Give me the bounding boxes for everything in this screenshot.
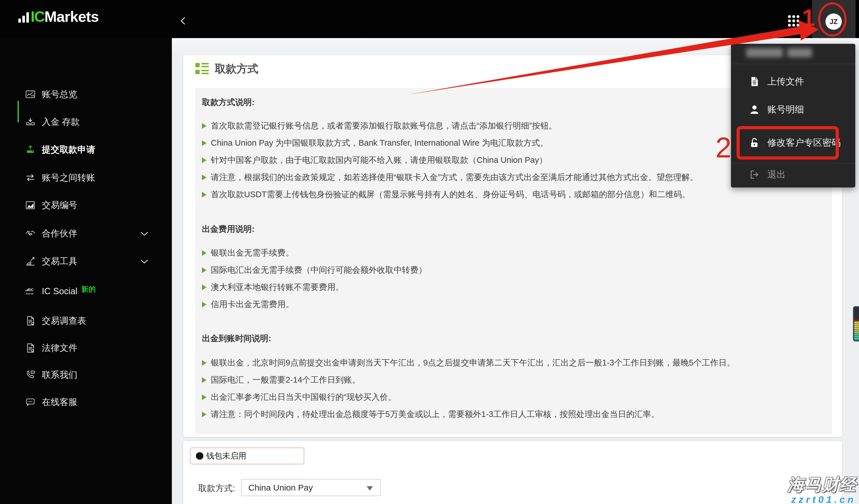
area-chart-icon (25, 200, 35, 210)
bullet-arrow-icon (202, 192, 207, 198)
info-icon: i (196, 452, 204, 460)
new-badge: 新的 (81, 284, 96, 294)
bullet-item: 请注意：同个时间段内，待处理出金总额度等于5万美金或以上，需要额外1-3工作日人… (202, 406, 820, 423)
logo-ic-text: IC (31, 8, 44, 25)
bullet-item: 国际电汇出金无需手续费（中间行可能会额外收取中转费） (202, 262, 820, 279)
section-heading: 取款方式说明: (202, 94, 820, 111)
withdrawal-method-label: 取款方式: (198, 483, 235, 494)
bullet-arrow-icon (202, 123, 207, 129)
menu-item-upload-documents[interactable]: 上传文件 (731, 73, 855, 90)
menu-divider (731, 64, 855, 64)
selected-method-value: China Union Pay (248, 483, 313, 492)
user-avatar-button[interactable]: JZ (812, 0, 856, 38)
bullet-item: 国际电汇，一般需要2-14个工作日到账。 (202, 372, 820, 389)
svg-text:IC: IC (30, 288, 34, 292)
bullet-item: 针对中国客户取款，由于电汇取款国内可能不给入账，请使用银联取款（China Un… (202, 152, 820, 169)
chart-overview-icon (25, 89, 35, 99)
sidebar-item-label: IC Social (42, 286, 77, 297)
menu-item-label: 修改客户专区密码 (767, 137, 841, 149)
sidebar-item-ic-social[interactable]: IC Social IC Social 新的 (0, 283, 172, 300)
bullet-arrow-icon (202, 360, 207, 366)
sidebar-item-trading-survey[interactable]: 交易调查表 (0, 312, 172, 329)
menu-item-label: 上传文件 (767, 75, 804, 88)
withdrawal-method-row: 取款方式: China Union Pay (183, 479, 842, 496)
document-icon (749, 76, 760, 87)
scroll-indicator-widget[interactable] (853, 306, 859, 342)
handshake-icon (25, 229, 35, 239)
menu-item-change-client-area-password[interactable]: 修改客户专区密码 (731, 134, 855, 152)
bullet-item: 澳大利亚本地银行转账不需要费用。 (202, 279, 820, 296)
bullet-arrow-icon (202, 394, 207, 400)
avatar[interactable]: JZ (826, 14, 842, 30)
sidebar-item-label: 联系我们 (42, 369, 77, 381)
menu-item-logout[interactable]: 退出 (731, 166, 855, 183)
page-title: 取款方式 (215, 62, 258, 76)
sidebar-item-label: 入金 存款 (42, 116, 80, 128)
legal-document-icon (25, 343, 35, 353)
ic-markets-logo[interactable]: IC Markets (18, 8, 99, 25)
sidebar-item-trade-number[interactable]: 交易编号 (0, 196, 172, 214)
bullet-arrow-icon (202, 157, 207, 163)
sidebar-item-deposit[interactable]: 入金 存款 (0, 113, 172, 130)
watermark-url: zzrt01.cn (791, 494, 856, 504)
chevron-down-icon (140, 259, 149, 264)
sidebar-item-account-overview[interactable]: 账号总览 (0, 86, 172, 103)
sidebar-item-contact-us[interactable]: 联系我们 (0, 366, 172, 383)
bullet-arrow-icon (202, 284, 207, 290)
apps-grid-icon[interactable] (786, 13, 801, 29)
bullet-item: 请注意，根据我们的出金政策规定，如若选择使用“银联卡入金”方式，需要先由该方式出… (202, 169, 820, 186)
bullet-arrow-icon (202, 267, 207, 273)
bullet-item: 出金汇率参考汇出日当天中国银行的“现钞买入价。 (202, 389, 820, 406)
bullet-item: 首次取款需登记银行账号信息，或者需要添加银行取款账号信息，请点击“添加银行明细”… (202, 117, 820, 135)
sidebar-item-label: 合作伙伴 (42, 227, 77, 239)
sidebar-item-transfer-between-accounts[interactable]: 账号之间转账 (0, 169, 172, 186)
chevron-down-icon (140, 231, 149, 236)
logo-bars-icon (18, 12, 29, 25)
user-name-blurred (746, 48, 812, 57)
withdrawal-form-card: i 钱包未启用 取款方式: China Union Pay (183, 441, 842, 504)
svg-text:Social: Social (26, 292, 33, 295)
sidebar-item-live-chat[interactable]: 在线客服 (0, 394, 172, 411)
sidebar-item-legal-documents[interactable]: 法律文件 (0, 340, 172, 357)
card-title-row: 取款方式 (195, 62, 258, 76)
caret-down-icon (367, 486, 373, 490)
survey-document-icon (25, 316, 35, 326)
bullet-arrow-icon (202, 302, 207, 308)
sidebar-item-trading-tools[interactable]: 交易工具 (0, 253, 172, 270)
logout-icon (749, 169, 760, 180)
bullet-item: 信用卡出金无需费用。 (202, 296, 820, 313)
sidebar: 账号总览 入金 存款 提交取款申请 账号之间转账 交易编号 (0, 38, 172, 504)
sidebar-item-label: 在线客服 (42, 396, 77, 408)
bullet-item: 银联出金无需手续费。 (202, 245, 820, 262)
sidebar-item-submit-withdrawal[interactable]: 提交取款申请 (0, 141, 172, 158)
chat-bubble-icon (25, 397, 35, 407)
section-heading: 出金到账时间说明: (202, 330, 820, 347)
bullet-item: 首次取款USDT需要上传钱包身份验证的截屏（需显示账号持有人的姓名、身份证号码、… (202, 186, 820, 203)
sidebar-item-label: 交易工具 (42, 255, 77, 267)
bullet-item: China Union Pay 为中国银联取款方式，Bank Transfer,… (202, 135, 820, 152)
wallet-notice-text: 钱包未启用 (206, 451, 246, 461)
transfer-arrows-icon (25, 173, 35, 183)
sidebar-item-label: 提交取款申请 (42, 144, 95, 156)
withdrawal-method-select[interactable]: China Union Pay (241, 479, 381, 496)
wallet-disabled-notice: i 钱包未启用 (190, 447, 304, 464)
bullet-arrow-icon (202, 140, 207, 146)
sidebar-item-label: 交易调查表 (42, 315, 86, 327)
phone-contact-icon (25, 370, 35, 380)
menu-divider (731, 163, 855, 163)
sidebar-item-label: 法律文件 (42, 342, 77, 354)
sidebar-item-label: 交易编号 (42, 199, 77, 211)
menu-item-account-details[interactable]: 账号明细 (731, 101, 855, 118)
avatar-initials: JZ (829, 18, 838, 26)
sidebar-item-partners[interactable]: 合作伙伴 (0, 225, 172, 242)
menu-item-label: 账号明细 (767, 103, 804, 116)
bullet-arrow-icon (202, 377, 207, 383)
watermark-title: 海马财经 (788, 474, 856, 496)
sidebar-item-label: 账号总览 (42, 89, 77, 100)
withdrawal-upload-icon (25, 144, 35, 155)
sidebar-item-label: 账号之间转账 (42, 172, 95, 184)
menu-item-label: 退出 (767, 168, 786, 181)
bullet-arrow-icon (202, 250, 207, 256)
ic-social-logo-icon: IC Social (25, 286, 35, 297)
sidebar-collapse-chevron-icon[interactable] (178, 16, 189, 26)
